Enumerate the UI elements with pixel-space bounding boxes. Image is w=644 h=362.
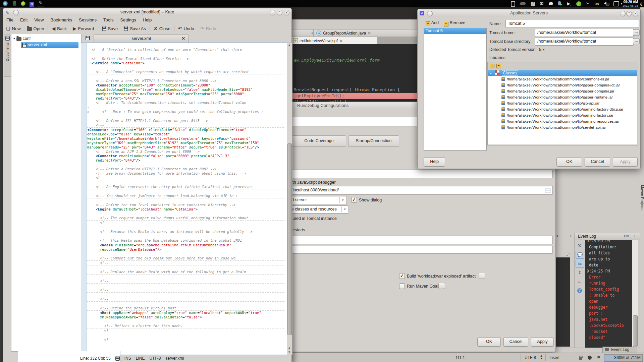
- libraries-tree[interactable]: ▾ Classes /home/aliaksei/Workflow/tomcat…: [488, 70, 637, 144]
- media-play-icon[interactable]: ▶‖: [566, 1, 572, 7]
- editor-line[interactable]: ▶ <!-- A "Connector" represents an endpo…: [87, 70, 284, 74]
- editor-line[interactable]: enableLookups="false" keyAlias="tomcat": [87, 132, 284, 136]
- kate-titlebar[interactable]: ✎ · server.xml [modified] – Kate ⌄ ⌃ ✕: [3, 8, 291, 16]
- menu-tools[interactable]: Tools: [100, 17, 117, 22]
- undo-button[interactable]: ↶Undo: [175, 24, 197, 33]
- editor-line[interactable]: [87, 163, 284, 167]
- editor-line[interactable]: <Connector acceptCount="100" clientAuth=…: [87, 128, 284, 132]
- editor-line[interactable]: [87, 74, 284, 79]
- package-icon[interactable]: [11, 1, 17, 7]
- window-menu-button[interactable]: ·: [427, 11, 433, 16]
- minimize-icon[interactable]: ⌄: [270, 10, 275, 15]
- chat-bubble-icon[interactable]: 💬▭: [576, 251, 584, 259]
- tab-code-coverage[interactable]: Code Coverage: [292, 135, 346, 147]
- clock[interactable]: 09:29 AM 2012-08-28: [623, 0, 638, 8]
- editor-line[interactable]: [87, 114, 284, 119]
- menu-view[interactable]: View: [31, 17, 47, 22]
- tab-exitinterviewview[interactable]: exitInterviewView.jspf ✕: [290, 37, 377, 45]
- editor-line[interactable]: [87, 293, 284, 297]
- cancel-button[interactable]: Cancel: [585, 157, 610, 167]
- code-line[interactable]: ServletRequest request) throws Exception…: [294, 87, 400, 92]
- tab-startup-connection[interactable]: Startup/Connection: [348, 135, 399, 147]
- library-jar-item[interactable]: /home/aliaksei/Workflow/tomcat/common/li…: [488, 118, 637, 124]
- editor-line[interactable]: ▶ <!--: [87, 221, 284, 225]
- window-menu-button[interactable]: ·: [13, 10, 19, 15]
- encoding-indicator[interactable]: UTF-8: [149, 356, 161, 361]
- editor-line[interactable]: ▶ <!-- Defines a cluster for this node,: [87, 324, 284, 328]
- documents-sidebar[interactable]: ▾ conf server.xml: [11, 34, 82, 352]
- cancel-button[interactable]: Cancel: [503, 337, 528, 347]
- menu-edit[interactable]: Edit: [17, 17, 31, 22]
- editor-line[interactable]: [87, 212, 284, 216]
- editor-line[interactable]: <Realm className="org.apache.catalina.re…: [87, 243, 284, 247]
- js-debugger-label[interactable]: th JavaScript debugger: [292, 180, 336, 185]
- scroll-down-icon[interactable]: ▼: [287, 350, 291, 354]
- back-button[interactable]: ◀Back: [49, 24, 70, 33]
- open-button[interactable]: Open: [24, 24, 47, 33]
- editor-line[interactable]: ▶ <!--: [87, 279, 284, 284]
- library-jar-item[interactable]: /home/aliaksei/Workflow/tomcat/common/li…: [488, 76, 637, 82]
- classes-node[interactable]: ▾ Classes: [488, 70, 637, 76]
- editor-line[interactable]: [87, 319, 284, 324]
- editor-line[interactable]: ▶ <!--: [87, 123, 284, 128]
- close-icon[interactable]: ✕: [284, 10, 289, 15]
- editor-line[interactable]: [87, 252, 284, 256]
- editor-line[interactable]: [87, 333, 284, 338]
- tomcat-base-field[interactable]: /home/aliaksei/Workflow/tomcat: [535, 38, 634, 46]
- editor-line[interactable]: [87, 234, 284, 238]
- editor-line[interactable]: xmlNamespaceAware="false" xmlValidation=…: [87, 315, 284, 319]
- editor-line[interactable]: <!-- Because this Realm is here, an inst…: [87, 230, 284, 234]
- sync-arrows-icon[interactable]: ⇆: [576, 260, 584, 268]
- save-button[interactable]: Save: [99, 24, 121, 33]
- editor-line[interactable]: <!-- Define the Tomcat Stand-Alone Servi…: [87, 57, 284, 61]
- menu-sessions[interactable]: Sessions: [75, 17, 100, 22]
- editor-line[interactable]: keystoreType="JKS" maxHttpHeaderSize="81…: [87, 141, 284, 145]
- library-jar-item[interactable]: /home/aliaksei/Workflow/tomcat/common/li…: [488, 112, 637, 118]
- editor-line[interactable]: [87, 347, 284, 351]
- event-log-content[interactable]: 9:23:09 PM Compilation: all files are up…: [585, 240, 632, 348]
- library-jar-item[interactable]: /home/aliaksei/Workflow/tomcat/common/li…: [488, 94, 637, 100]
- insert-macro-icon[interactable]: [545, 188, 550, 193]
- close-icon[interactable]: ✕: [182, 35, 185, 43]
- hector-icon[interactable]: [588, 356, 592, 361]
- editor-line[interactable]: ▶ <!--: [87, 176, 284, 180]
- menu-help[interactable]: Help: [139, 17, 155, 22]
- tomcat-home-field[interactable]: /home/aliaksei/Workflow/tomcat: [535, 29, 634, 37]
- editor-line[interactable]: <!-- Define an AJP 1.3 Connector on port…: [87, 149, 284, 154]
- editor-line[interactable]: redirectPort="8443"/>: [87, 158, 284, 163]
- name-field[interactable]: Tomcat 5: [505, 20, 639, 28]
- editor-line[interactable]: ▶ <!--: [87, 328, 284, 333]
- editor-line[interactable]: [87, 302, 284, 306]
- library-jar-item[interactable]: /home/aliaksei/Workflow/tomcat/common/li…: [488, 88, 637, 94]
- remove-button[interactable]: − Remove: [444, 20, 465, 26]
- library-jar-item[interactable]: /home/aliaksei/Workflow/tomcat/common/li…: [488, 106, 637, 112]
- pencil-icon[interactable]: ✎: [38, 1, 44, 6]
- editor-line[interactable]: <!-- See proxy documentation for more in…: [87, 171, 284, 176]
- editor-line[interactable]: ▶ <!-- You should set jvmRoute to suppor…: [87, 194, 284, 198]
- servers-list[interactable]: Tomcat 5: [424, 28, 487, 150]
- settings-wrench-icon[interactable]: 🛠︎⚙: [576, 242, 584, 249]
- editor-line[interactable]: <!-- Define a Proxied HTTP/1.1 Connector…: [87, 167, 284, 171]
- memory-indicator[interactable]: 360M of 711M: [604, 354, 643, 362]
- apply-button[interactable]: Apply: [531, 337, 554, 347]
- skype-tray-icon[interactable]: ✓: [576, 1, 582, 7]
- editor-line[interactable]: ▶ <!-- The request dumper valve dumps us…: [87, 216, 284, 221]
- menu-file[interactable]: File: [3, 17, 17, 22]
- encoding-indicator[interactable]: UTF-8: [525, 355, 536, 360]
- event-log-statusbar-button[interactable]: Event Log: [602, 347, 637, 353]
- menu-bookmarks[interactable]: Bookmarks: [47, 17, 75, 22]
- editor-scrollbar[interactable]: ▲ ▲ ▼: [287, 43, 292, 355]
- save-tab-icon[interactable]: [86, 36, 90, 40]
- editor-text[interactable]: ▶ <!-- A "Service" is a collection of on…: [87, 48, 284, 355]
- run-maven-more-button[interactable]: …: [438, 283, 445, 289]
- event-log-scrollbar[interactable]: [632, 240, 638, 348]
- minimize-icon[interactable]: ⌄: [620, 11, 626, 16]
- ok-button[interactable]: OK: [556, 157, 582, 167]
- editor-line[interactable]: <!-- Define the top level container in o…: [87, 203, 284, 207]
- insert-mode-indicator[interactable]: Insert: [549, 355, 559, 360]
- kde-launcher-icon[interactable]: [2, 1, 8, 7]
- editor-line[interactable]: [87, 342, 284, 347]
- mail-tray-icon[interactable]: ✉: [539, 1, 545, 7]
- editor-line[interactable]: [87, 52, 284, 57]
- editor-line[interactable]: [87, 265, 284, 270]
